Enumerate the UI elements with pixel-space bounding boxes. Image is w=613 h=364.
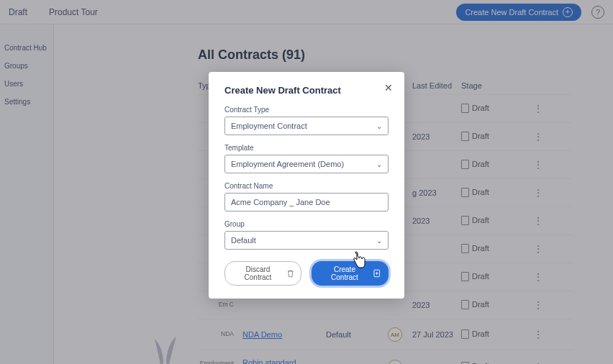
document-plus-icon (373, 269, 381, 278)
label-contract-name: Contract Name (224, 182, 389, 190)
label-group: Group (224, 220, 389, 228)
chevron-down-icon: ⌄ (376, 237, 382, 245)
template-value: Employment Agreement (Demo) (231, 160, 344, 168)
label-contract-type: Contract Type (224, 106, 389, 114)
contract-type-select[interactable]: Employment Contract ⌄ (224, 117, 389, 135)
modal-title: Create New Draft Contract (224, 85, 389, 96)
chevron-down-icon: ⌄ (376, 160, 382, 168)
template-select[interactable]: Employment Agreement (Demo) ⌄ (224, 155, 389, 173)
contract-name-input[interactable] (224, 193, 389, 211)
create-label: Create Contract (320, 265, 368, 281)
trash-icon (287, 269, 294, 278)
discard-label: Discard Contract (232, 265, 283, 281)
create-contract-modal: Create New Draft Contract ✕ Contract Typ… (209, 72, 404, 299)
chevron-down-icon: ⌄ (376, 122, 382, 130)
label-template: Template (224, 144, 389, 152)
close-icon[interactable]: ✕ (384, 82, 393, 94)
group-value: Default (231, 236, 256, 245)
discard-contract-button[interactable]: Discard Contract (224, 261, 301, 286)
contract-type-value: Employment Contract (231, 122, 307, 130)
create-contract-button[interactable]: Create Contract (312, 261, 389, 286)
group-select[interactable]: Default ⌄ (224, 231, 389, 250)
modal-overlay: Create New Draft Contract ✕ Contract Typ… (0, 0, 613, 364)
